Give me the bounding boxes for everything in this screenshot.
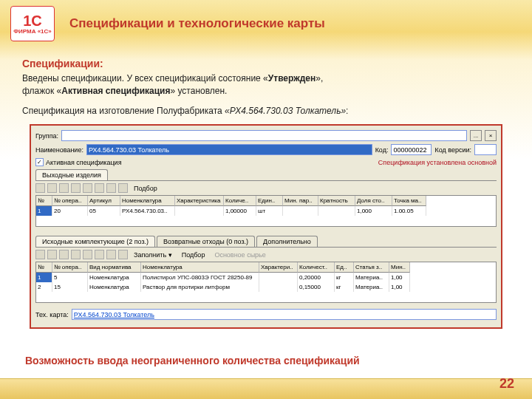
check-icon: ✓ [35,158,44,166]
sort-desc-icon[interactable] [118,250,128,259]
table-row[interactable]: 2 15 Номенклатура Раствор для протирки л… [36,282,496,292]
edit-icon[interactable] [59,183,69,193]
delete-icon[interactable] [71,183,81,193]
bottom-bar [0,378,532,399]
up-icon[interactable] [83,183,92,193]
tehkarta-link[interactable]: РХ4.564.730.03 Толкатель [74,311,154,318]
active-checkbox-label: Активная спецификация [46,159,122,166]
group-field[interactable] [61,130,467,141]
add-icon[interactable] [35,183,45,193]
down-icon[interactable] [95,183,104,193]
up-icon[interactable] [83,250,92,259]
pick-button-1[interactable]: Подбор [130,184,161,193]
copy-icon[interactable] [47,250,57,259]
copy-icon[interactable] [47,183,57,193]
code-field[interactable]: 000000022 [391,144,432,155]
name-label: Наименование: [35,146,83,154]
table-output-header: № № опера.. Артикул Номенклатура Характе… [36,196,496,206]
table-components: № № опера.. Вид норматива Номенклатура Х… [35,262,497,303]
code-label: Код: [375,146,389,154]
sort-asc-icon[interactable] [106,250,116,259]
raw-button[interactable]: Основное сырье [211,250,269,259]
tab-returns[interactable]: Возвратные отходы (0 поз.) [157,236,255,247]
tehkarta-field[interactable]: РХ4.564.730.03 Толкатель [72,309,497,320]
name-field[interactable]: РХ4.564.730.03 Толкатель [86,144,372,155]
table-output: № № опера.. Артикул Номенклатура Характе… [35,195,497,227]
ver-label: Код версии: [434,146,471,154]
sort-asc-icon[interactable] [106,183,116,193]
group-clear-button[interactable]: × [485,130,497,141]
toolbar-2: Заполнить ▾ Подбор Основное сырье [35,248,497,262]
page-title: Спецификации и технологические карты [69,16,325,31]
para-1: Введены спецификации. У всех спецификаци… [22,72,510,98]
tehkarta-label: Тех. карта: [35,311,69,318]
active-checkbox[interactable]: ✓ Активная спецификация [35,158,122,166]
tabs-output: Выходные изделия [35,169,497,181]
group-select-button[interactable]: ... [470,130,482,141]
table-components-header: № № опера.. Вид норматива Номенклатура Х… [36,262,496,273]
content-area: Спецификации: Введены спецификации. У вс… [22,58,510,329]
page-number: 22 [499,376,514,392]
sort-desc-icon[interactable] [118,183,128,193]
edit-icon[interactable] [59,250,69,259]
pick-button-2[interactable]: Подбор [178,250,209,259]
logo-text-big: 1С [23,13,42,28]
fill-button[interactable]: Заполнить ▾ [130,250,176,259]
add-icon[interactable] [35,250,45,259]
delete-icon[interactable] [71,250,81,259]
logo-text-small: ФИРМА «1С» [13,28,52,35]
tab-output-products[interactable]: Выходные изделия [35,169,108,180]
table-row[interactable]: 1 5 Номенклатура Полистирол УПС-0803Э ГО… [36,273,496,282]
logo-1c: 1С ФИРМА «1С» [10,6,55,41]
toolbar-1: Подбор [35,181,497,195]
ver-field[interactable] [474,144,497,155]
status-text: Спецификация установлена основной [378,159,497,166]
tabs-components: Исходные комплектующие (2 поз.) Возвратн… [35,236,497,248]
para-2: Спецификация на изготовление Полуфабрика… [22,105,510,117]
down-icon[interactable] [95,250,104,259]
table-row[interactable]: 1 20 05 РХ4.564.730.03.. 1,00000 шт 1,00… [36,206,496,216]
footer-note: Возможность ввода неограниченного количе… [25,355,360,366]
spec-window: Группа: ... × Наименование: РХ4.564.730.… [30,124,502,329]
tab-components[interactable]: Исходные комплектующие (2 поз.) [35,236,155,247]
group-label: Группа: [35,132,58,140]
spec-header: Спецификации: [22,58,510,69]
tab-extra[interactable]: Дополнительно [256,236,318,247]
